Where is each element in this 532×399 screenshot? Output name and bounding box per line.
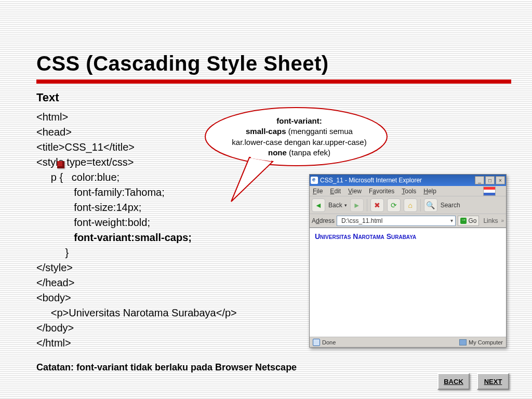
ie-statusbar: Done My Computer: [310, 337, 506, 347]
ie-app-icon: [311, 177, 318, 184]
ie-viewport: Universitas Narotama Surabaya: [310, 228, 506, 337]
menu-view: View: [348, 188, 362, 195]
ie-menubar[interactable]: File Edit View Favorites Tools Help: [310, 186, 506, 196]
minimize-button[interactable]: _: [475, 176, 484, 184]
windows-flag-icon: [483, 187, 496, 196]
section-subhead: Text: [36, 91, 511, 104]
status-done: Done: [322, 339, 336, 345]
menu-tools: Tools: [402, 188, 416, 195]
forward-button[interactable]: ►: [350, 198, 364, 212]
my-computer-icon: [459, 339, 467, 345]
ie-titlebar: CSS_11 - Microsoft Internet Explorer _ □…: [310, 175, 506, 186]
menu-file: File: [313, 188, 323, 195]
back-label[interactable]: Back: [328, 202, 342, 209]
refresh-button[interactable]: ⟳: [387, 198, 401, 212]
search-label[interactable]: Search: [441, 202, 460, 209]
ie-addressbar: Address D:\css_11.html ▾ Go Links»: [310, 214, 506, 228]
menu-help: Help: [423, 188, 436, 195]
stop-button[interactable]: ✖: [370, 198, 384, 212]
address-label: Address: [312, 217, 335, 224]
search-icon[interactable]: 🔍: [424, 198, 437, 212]
menu-edit: Edit: [330, 188, 341, 195]
next-nav-button[interactable]: NEXT: [477, 373, 509, 390]
go-icon: [460, 218, 467, 224]
status-doc-icon: [313, 339, 320, 346]
ie-toolbar: ◄ Back▾ ► ✖ ⟳ ⌂ 🔍 Search: [310, 196, 506, 214]
back-button[interactable]: ◄: [312, 198, 325, 212]
ie-window: CSS_11 - Microsoft Internet Explorer _ □…: [309, 174, 507, 348]
close-button[interactable]: ×: [496, 176, 505, 184]
address-input[interactable]: D:\css_11.html ▾: [337, 216, 456, 226]
bullet-icon: [57, 161, 64, 168]
go-button[interactable]: Go: [458, 216, 479, 226]
menu-favorites: Favorites: [369, 188, 394, 195]
ie-title-text: CSS_11 - Microsoft Internet Explorer: [320, 177, 422, 184]
slide-title: CSS (Cascading Style Sheet): [36, 52, 511, 84]
home-button[interactable]: ⌂: [404, 198, 417, 212]
address-value: D:\css_11.html: [341, 217, 382, 224]
rendered-paragraph: Universitas Narotama Surabaya: [315, 232, 416, 241]
back-nav-button[interactable]: BACK: [437, 373, 470, 390]
footnote: Catatan: font-variant tidak berlaku pada…: [36, 362, 511, 373]
status-zone: My Computer: [469, 339, 503, 345]
maximize-button[interactable]: □: [485, 176, 495, 184]
links-label[interactable]: Links: [483, 217, 498, 224]
